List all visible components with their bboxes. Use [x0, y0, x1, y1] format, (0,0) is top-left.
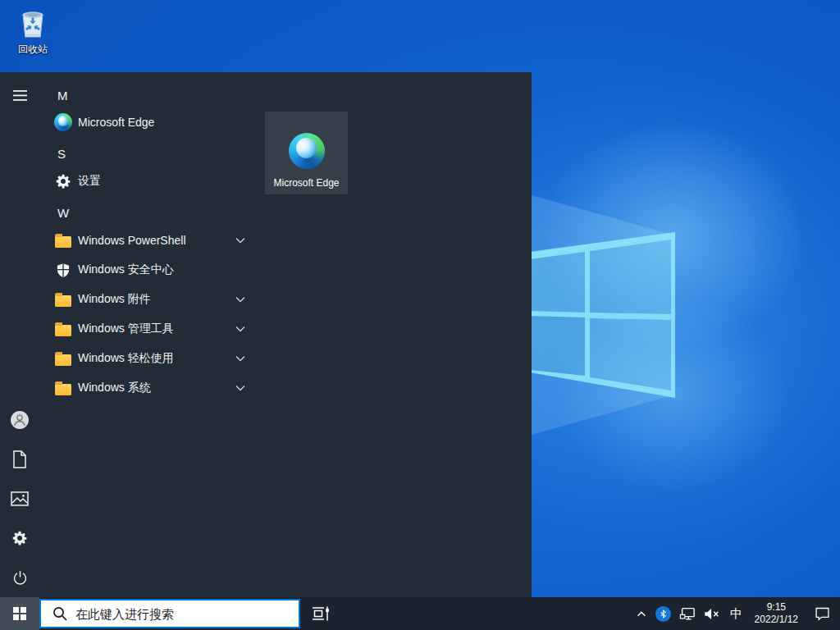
time-label: 9:15 [755, 601, 798, 614]
chevron-up-icon [635, 607, 648, 620]
folder-icon [55, 354, 71, 366]
startmenu-item-windows-ease-of-access[interactable]: Windows 轻松使用 [39, 344, 261, 373]
taskbar-search-box[interactable] [39, 599, 300, 628]
windows-start-icon [13, 607, 26, 620]
edge-icon [289, 133, 325, 169]
startmenu-section-header-w[interactable]: W [39, 198, 261, 227]
action-center-icon [814, 605, 831, 622]
startmenu-item-settings[interactable]: 设置 [39, 167, 261, 196]
folder-icon [55, 384, 71, 395]
expand-menu-button[interactable] [0, 75, 39, 115]
hamburger-icon [13, 90, 27, 101]
pictures-button[interactable] [0, 479, 39, 518]
gear-icon [55, 173, 72, 190]
network-button[interactable] [675, 597, 700, 630]
recycle-bin-icon [17, 8, 48, 41]
startmenu-section-header-m[interactable]: M [39, 80, 261, 110]
start-menu: M Microsoft Edge S 设置 W Windows PowerShe… [0, 72, 532, 597]
startmenu-item-windows-system[interactable]: Windows 系统 [39, 373, 261, 403]
tray-expand-button[interactable] [631, 597, 652, 630]
date-label: 2022/1/12 [755, 614, 798, 626]
edge-icon [54, 113, 72, 131]
chevron-down-icon[interactable] [235, 235, 246, 246]
volume-muted-icon [703, 607, 721, 621]
task-view-button[interactable] [302, 597, 340, 630]
desktop-icon-recycle-bin[interactable]: 回收站 [7, 8, 59, 57]
documents-button[interactable] [0, 440, 39, 479]
power-button[interactable] [0, 558, 39, 597]
volume-button[interactable] [700, 597, 724, 630]
chevron-down-icon[interactable] [235, 294, 246, 305]
search-input[interactable] [75, 607, 299, 621]
startmenu-item-windows-powershell[interactable]: Windows PowerShell [39, 226, 261, 255]
chevron-down-icon[interactable] [235, 382, 246, 394]
power-icon [11, 569, 29, 587]
startmenu-item-windows-security[interactable]: Windows 安全中心 [39, 255, 261, 285]
task-view-icon [312, 605, 330, 622]
bluetooth-icon [655, 606, 671, 622]
folder-icon [55, 295, 71, 307]
search-icon [52, 605, 68, 622]
folder-icon [55, 236, 71, 248]
tile-microsoft-edge[interactable]: Microsoft Edge [265, 112, 348, 194]
startmenu-section-header-s[interactable]: S [39, 139, 261, 168]
user-icon [10, 410, 30, 430]
startmenu-item-windows-admin-tools[interactable]: Windows 管理工具 [39, 314, 261, 344]
gear-icon [11, 530, 29, 547]
chevron-down-icon[interactable] [235, 323, 246, 335]
ime-indicator[interactable]: 中 [724, 597, 749, 630]
shield-icon [55, 262, 71, 279]
ethernet-icon [678, 605, 696, 622]
folder-icon [55, 325, 71, 336]
recycle-bin-label: 回收站 [7, 43, 59, 57]
start-button[interactable] [0, 597, 39, 630]
clock[interactable]: 9:15 2022/1/12 [749, 597, 804, 630]
bluetooth-button[interactable] [652, 597, 675, 630]
startmenu-item-windows-accessories[interactable]: Windows 附件 [39, 285, 261, 314]
document-icon [11, 450, 28, 468]
taskbar: 中 9:15 2022/1/12 [0, 597, 840, 630]
settings-button[interactable] [0, 518, 39, 558]
user-account-button[interactable] [0, 400, 39, 440]
chevron-down-icon[interactable] [235, 353, 246, 364]
pictures-icon [11, 491, 29, 506]
action-center-button[interactable] [804, 597, 840, 630]
system-tray: 中 9:15 2022/1/12 [631, 597, 840, 630]
startmenu-item-microsoft-edge[interactable]: Microsoft Edge [39, 107, 261, 137]
